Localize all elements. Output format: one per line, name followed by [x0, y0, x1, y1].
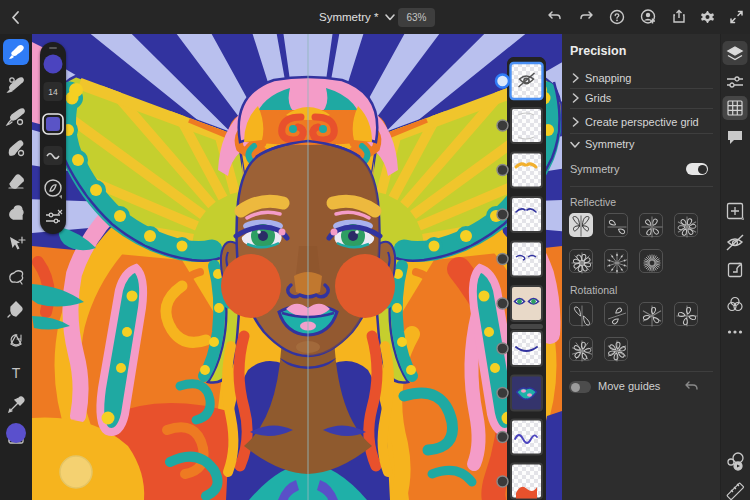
svg-text:T: T [12, 365, 21, 381]
svg-text:14: 14 [48, 87, 58, 97]
